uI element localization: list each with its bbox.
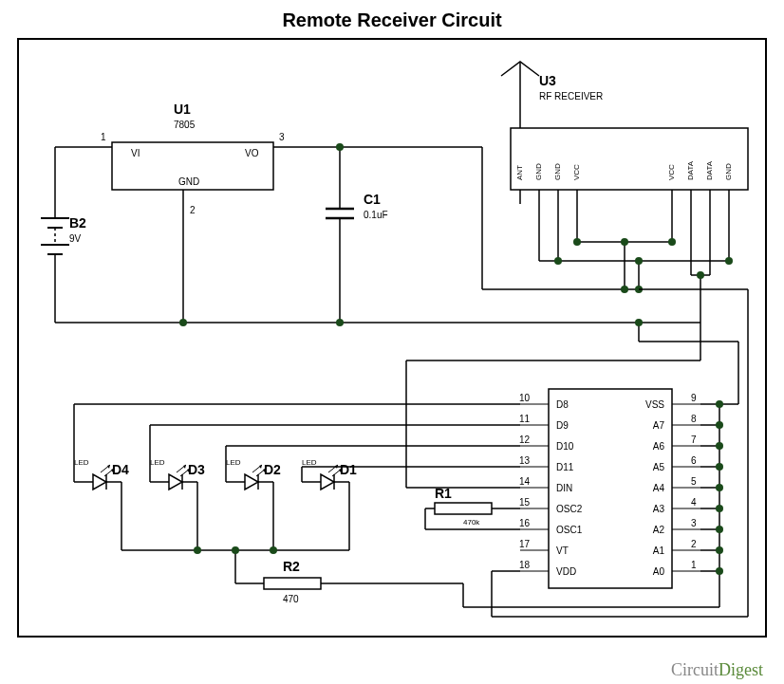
svg-text:11: 11: [519, 414, 531, 424]
u1-pin2-num: 2: [190, 205, 196, 215]
u1-pin3-num: 3: [279, 132, 285, 142]
r1-body: [435, 503, 492, 514]
d3-led: [169, 465, 190, 490]
svg-text:13: 13: [519, 455, 531, 466]
svg-text:8: 8: [691, 414, 697, 424]
u1-value: 7805: [174, 120, 196, 130]
d2-type: LED: [226, 458, 241, 467]
d2-ref: D2: [264, 462, 281, 477]
d3-type: LED: [150, 458, 165, 467]
svg-text:4: 4: [691, 497, 697, 508]
diagram-title: Remote Receiver Circuit: [0, 0, 784, 37]
svg-text:5: 5: [691, 476, 697, 487]
u3-pins: ANT GND GND VCC VCC DATA DATA GND: [515, 160, 733, 180]
decoder-left-pins: 10 D8 11 D9 12 D10 13 D11 14 DIN 15 OSC2: [519, 393, 583, 577]
u3-value: RF RECEIVER: [539, 91, 603, 102]
svg-text:DATA: DATA: [705, 160, 714, 180]
d3-ref: D3: [188, 462, 205, 477]
svg-text:VCC: VCC: [572, 164, 581, 180]
decoder-right-pins: 9 VSS 8 A7 7 A6 6 A5 5 A4 4 A3: [645, 393, 700, 577]
svg-text:A5: A5: [653, 462, 665, 472]
u1-pin-vo-label: VO: [245, 148, 259, 158]
svg-text:VT: VT: [556, 545, 569, 556]
svg-text:OSC1: OSC1: [556, 525, 583, 535]
attribution: CircuitDigest: [671, 660, 763, 680]
svg-text:6: 6: [691, 455, 697, 466]
svg-text:16: 16: [519, 518, 531, 528]
svg-text:DATA: DATA: [686, 160, 695, 180]
svg-text:A4: A4: [653, 483, 665, 493]
c1-value: 0.1uF: [364, 210, 388, 220]
c1-ref: C1: [364, 192, 381, 207]
d4-ref: D4: [112, 462, 129, 477]
svg-text:D10: D10: [556, 441, 574, 452]
u1-pin-vi-label: VI: [131, 148, 140, 158]
svg-text:D9: D9: [556, 420, 569, 431]
svg-text:9: 9: [691, 393, 697, 403]
svg-text:DIN: DIN: [556, 483, 572, 493]
svg-text:ANT: ANT: [515, 165, 524, 180]
svg-text:2: 2: [691, 539, 697, 549]
d4-led: [93, 465, 114, 490]
svg-text:15: 15: [519, 497, 531, 508]
svg-text:A7: A7: [653, 420, 665, 431]
svg-text:GND: GND: [553, 163, 562, 180]
u1-pin1-num: 1: [101, 132, 106, 142]
u1-pin-gnd-label: GND: [178, 176, 199, 187]
svg-text:VDD: VDD: [556, 566, 576, 577]
r2-value: 470: [283, 594, 299, 604]
r2-ref: R2: [283, 559, 300, 574]
u1-ref: U1: [174, 102, 191, 117]
svg-text:VCC: VCC: [667, 164, 676, 180]
svg-text:A1: A1: [653, 545, 665, 556]
svg-text:10: 10: [519, 393, 531, 403]
svg-text:A2: A2: [653, 525, 665, 535]
r1-value: 470k: [463, 518, 480, 527]
svg-text:OSC2: OSC2: [556, 504, 583, 514]
svg-text:A0: A0: [653, 566, 665, 577]
circuit-diagram: VI VO GND 1 3 2 U1 7805 B2 9V C1 0.1uF U…: [17, 38, 767, 638]
svg-text:A6: A6: [653, 441, 665, 452]
d1-type: LED: [302, 458, 317, 467]
svg-text:7: 7: [691, 434, 697, 445]
svg-text:GND: GND: [534, 163, 543, 180]
svg-text:D11: D11: [556, 462, 574, 472]
svg-text:GND: GND: [724, 163, 733, 180]
r2-body: [264, 578, 321, 589]
svg-text:1: 1: [691, 560, 697, 570]
d1-led: [321, 465, 342, 490]
svg-text:3: 3: [691, 518, 697, 528]
b2-ref: B2: [69, 215, 86, 231]
b2-value: 9V: [69, 233, 82, 244]
svg-text:17: 17: [519, 539, 531, 549]
svg-text:A3: A3: [653, 504, 665, 514]
d2-led: [245, 465, 266, 490]
u3-ref: U3: [539, 73, 556, 88]
d4-type: LED: [74, 458, 89, 467]
svg-text:12: 12: [519, 434, 531, 445]
d1-ref: D1: [340, 462, 357, 477]
svg-text:VSS: VSS: [645, 399, 664, 410]
svg-text:14: 14: [519, 476, 531, 487]
svg-text:D8: D8: [556, 399, 569, 410]
svg-text:18: 18: [519, 560, 531, 570]
